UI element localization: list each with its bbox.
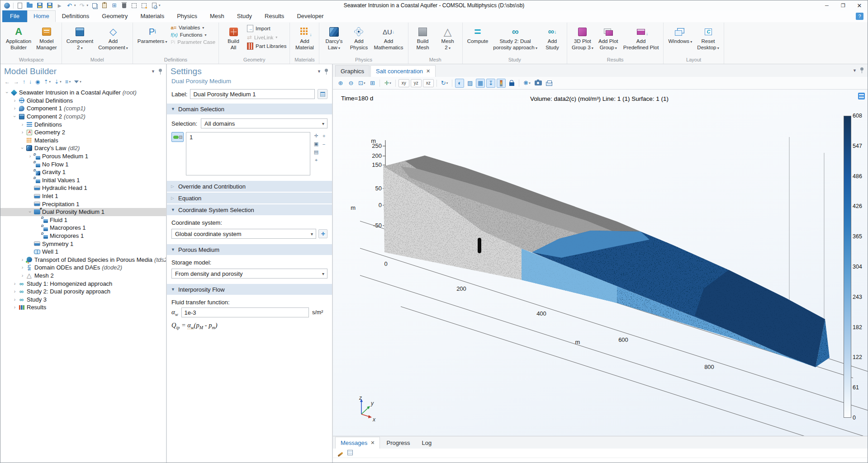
ribbon-button-add-material[interactable]: Add Material [292,24,317,51]
application-menu-icon[interactable] [3,2,11,9]
open-icon[interactable] [26,2,33,9]
plot-canvas[interactable]: m 250 200 150 50 0 -50 m 0 200 400 600 [333,90,868,436]
tab-messages[interactable]: Messages✕ [335,437,380,449]
plot-properties-icon[interactable] [858,93,865,99]
selection-list[interactable]: 1 [186,132,310,175]
section-porous-medium[interactable]: ▼Porous Medium [167,244,332,255]
ribbon-button-reset-desktop[interactable]: Reset Desktop [695,24,721,51]
section-coordinate-system-selection[interactable]: ▼Coordinate System Selection [167,204,332,215]
tree-item-gravity-1[interactable]: Gravity 1 [0,168,166,176]
ribbon-button-add-predefined-plot[interactable]: Add Predefined Plot [621,24,661,51]
forward-icon[interactable]: → [14,79,19,85]
ribbon-button-parameters[interactable]: Parameters [135,24,170,45]
transparency-icon[interactable]: ▨ [465,79,474,88]
run-icon[interactable]: ▶ [56,2,63,9]
lock-view-icon[interactable] [507,79,516,88]
expander-icon[interactable] [19,273,25,278]
tree-item-porous-medium-1[interactable]: Porous Medium 1 [0,152,166,161]
tree-item-no-flow-1[interactable]: No Flow 1 [0,160,166,168]
redo-icon[interactable]: ↷ [78,2,86,9]
view-yz-icon[interactable]: yz [411,79,422,87]
tree-item-macropores-1[interactable]: Macropores 1 [0,224,166,232]
ribbon-button-darcys-law[interactable]: Darcy's Law [322,24,346,51]
tab-geometry[interactable]: Geometry [95,10,134,22]
tab-graphics[interactable]: Graphics [335,65,370,77]
color-legend-icon[interactable] [497,79,506,88]
tree-item-materials[interactable]: Materials [0,137,166,145]
pin-icon[interactable] [158,69,162,75]
copy-icon[interactable] [90,2,98,9]
zoom-box-icon[interactable]: ⊡▾ [357,79,366,88]
tree-item-results[interactable]: Results [0,303,166,312]
undo-dropdown-icon[interactable]: ▾ [74,4,76,7]
section-domain-selection[interactable]: ▼Domain Selection [167,104,332,114]
scene-light-icon[interactable]: ◐ [455,79,464,88]
label-input[interactable]: Dual Porosity Medium 1 [190,89,315,99]
paste-selection-icon[interactable]: ▤ [313,148,320,156]
tree-item-dual-porosity-medium-1[interactable]: Dual Porosity Medium 1 [0,208,166,216]
zoom-in-icon[interactable]: ⊕ [336,79,345,88]
ribbon-button-3d-plot-group-3[interactable]: 3D Plot Group 3 [569,24,596,51]
tree-item-transport-species[interactable]: Transport of Diluted Species in Porous M… [0,255,166,264]
create-coordinate-system-icon[interactable]: ✚ [318,229,327,238]
expander-icon[interactable] [19,257,25,262]
duplicate-icon[interactable]: ⊞ [110,2,118,9]
model-tree-node-text-icon[interactable]: ≡▾ [65,79,71,85]
tree-item-domain-odes[interactable]: c*dtDomain ODEs and DAEs(dode2) [0,264,166,272]
tab-home[interactable]: Home [27,10,56,22]
ribbon-button-part-libraries[interactable]: Part Libraries [247,43,286,50]
close-tab-icon[interactable]: ✕ [426,68,430,74]
ribbon-button-add-plot-group[interactable]: Add Plot Group [596,24,621,51]
tab-log[interactable]: Log [417,437,437,449]
deselect-box-icon[interactable] [140,2,148,9]
minimize-button[interactable]: ─ [819,0,835,10]
chevron-down-icon[interactable]: ▼ [317,69,321,74]
ribbon-button-livelink[interactable]: LiveLink [247,34,286,41]
ribbon-button-add-component[interactable]: Add Component [96,24,130,51]
select-box-icon[interactable] [130,2,138,9]
activate-selection-icon[interactable]: ✛ [313,132,320,140]
tree-item-mesh-2[interactable]: Mesh 2 [0,272,166,280]
copy-table-icon[interactable] [347,450,353,457]
paste-icon[interactable] [100,2,108,9]
tree-item-definitions[interactable]: Definitions [0,120,166,128]
tree-item-component-1[interactable]: Component 1(comp1) [0,104,166,113]
section-override-and-contribution[interactable]: ▷Override and Contribution [167,181,332,192]
default-view-icon[interactable]: ✛▾ [383,79,392,88]
tree-item-initial-values-1[interactable]: Initial Values 1 [0,176,166,184]
clear-icon[interactable] [337,450,343,457]
zoom-extents-icon[interactable]: ⊞ [368,79,377,88]
tab-salt-concentration[interactable]: Salt concentration✕ [370,65,436,77]
expander-icon[interactable] [12,98,18,103]
tab-file[interactable]: File [2,10,27,22]
back-icon[interactable]: ← [5,79,10,85]
storage-model-dropdown[interactable]: From density and porosity [171,269,327,279]
tree-item-inlet-1[interactable]: Inlet 1 [0,192,166,200]
rotate-icon[interactable]: ↻▾ [440,79,449,88]
add-to-selection-icon[interactable]: ＋ [320,132,327,140]
tree-item-micropores-1[interactable]: Micropores 1 [0,232,166,240]
move-down-icon[interactable]: ↓ [29,79,32,85]
ribbon-button-add-study[interactable]: Add Study [540,24,564,51]
delete-icon[interactable] [120,2,128,9]
rename-button[interactable] [318,89,327,99]
tree-item-component-2[interactable]: Component 2(comp2) [0,113,166,121]
expander-icon[interactable] [27,154,33,159]
active-toggle-button[interactable] [171,132,184,142]
ribbon-button-mesh-2[interactable]: Mesh 2 [436,24,460,51]
expander-icon[interactable] [19,265,25,270]
expander-icon[interactable] [12,281,18,286]
expander-icon[interactable] [12,106,18,111]
close-button[interactable]: ✕ [851,0,868,10]
copy-selection-icon[interactable]: ▣ [313,140,320,148]
preview-icon[interactable] [150,2,158,9]
tree-item-darcys-law[interactable]: Darcy's Law(dl2) [0,144,166,152]
expander-icon[interactable] [12,289,18,294]
ribbon-button-study-2[interactable]: Study 2: Dual porosity approach [491,24,540,51]
zoom-to-selection-icon[interactable]: ⌖ [313,156,320,164]
tree-item-well-1[interactable]: Well 1 [0,248,166,256]
tab-developer[interactable]: Developer [290,10,330,22]
expand-all-icon[interactable]: ⇡▾ [43,79,51,85]
tree-item-symmetry-1[interactable]: Symmetry 1 [0,240,166,248]
ribbon-button-parameter-case[interactable]: Parameter Case [171,39,216,45]
